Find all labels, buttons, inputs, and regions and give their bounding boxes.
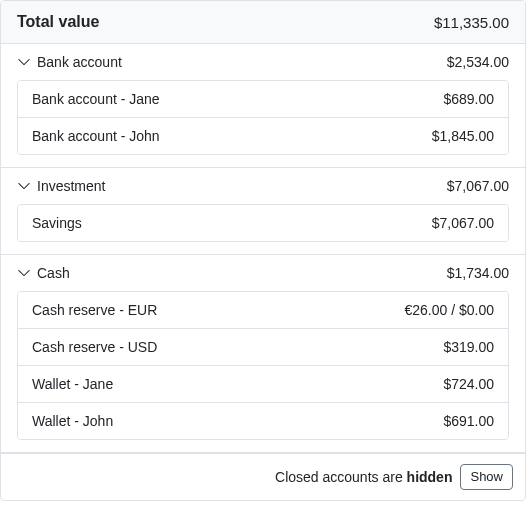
list-item[interactable]: Savings $7,067.00 — [18, 205, 508, 241]
account-label: Bank account - John — [32, 128, 160, 144]
list-item[interactable]: Bank account - Jane $689.00 — [18, 81, 508, 118]
account-label: Wallet - Jane — [32, 376, 113, 392]
group-title: Bank account — [37, 54, 447, 70]
closed-accounts-text: Closed accounts are hidden — [275, 469, 452, 485]
list-item[interactable]: Bank account - John $1,845.00 — [18, 118, 508, 154]
chevron-down-icon — [17, 179, 31, 193]
group-amount: $2,534.00 — [447, 54, 509, 70]
subitems: Savings $7,067.00 — [17, 204, 509, 242]
group-amount: $1,734.00 — [447, 265, 509, 281]
subitems: Cash reserve - EUR €26.00 / $0.00 Cash r… — [17, 291, 509, 440]
group-header-bank-account[interactable]: Bank account $2,534.00 — [1, 44, 525, 76]
group-title: Cash — [37, 265, 447, 281]
group-investment: Investment $7,067.00 Savings $7,067.00 — [1, 168, 525, 255]
account-amount: $689.00 — [443, 91, 494, 107]
group-amount: $7,067.00 — [447, 178, 509, 194]
chevron-down-icon — [17, 266, 31, 280]
accounts-panel: Total value $11,335.00 Bank account $2,5… — [0, 0, 526, 501]
account-label: Wallet - John — [32, 413, 113, 429]
account-amount: €26.00 / $0.00 — [404, 302, 494, 318]
account-amount: $691.00 — [443, 413, 494, 429]
group-cash: Cash $1,734.00 Cash reserve - EUR €26.00… — [1, 255, 525, 453]
chevron-down-icon — [17, 55, 31, 69]
closed-text-state: hidden — [407, 469, 453, 485]
subitems: Bank account - Jane $689.00 Bank account… — [17, 80, 509, 155]
group-bank-account: Bank account $2,534.00 Bank account - Ja… — [1, 44, 525, 168]
account-label: Bank account - Jane — [32, 91, 160, 107]
list-item[interactable]: Cash reserve - EUR €26.00 / $0.00 — [18, 292, 508, 329]
total-label: Total value — [17, 13, 99, 31]
account-amount: $319.00 — [443, 339, 494, 355]
total-row: Total value $11,335.00 — [1, 1, 525, 44]
total-amount: $11,335.00 — [434, 14, 509, 31]
closed-text-prefix: Closed accounts are — [275, 469, 407, 485]
account-amount: $724.00 — [443, 376, 494, 392]
account-label: Savings — [32, 215, 82, 231]
account-label: Cash reserve - EUR — [32, 302, 157, 318]
group-header-investment[interactable]: Investment $7,067.00 — [1, 168, 525, 200]
show-closed-button[interactable]: Show — [460, 464, 513, 490]
account-amount: $7,067.00 — [432, 215, 494, 231]
list-item[interactable]: Wallet - John $691.00 — [18, 403, 508, 439]
account-amount: $1,845.00 — [432, 128, 494, 144]
group-title: Investment — [37, 178, 447, 194]
account-label: Cash reserve - USD — [32, 339, 157, 355]
list-item[interactable]: Cash reserve - USD $319.00 — [18, 329, 508, 366]
group-header-cash[interactable]: Cash $1,734.00 — [1, 255, 525, 287]
closed-accounts-footer: Closed accounts are hidden Show — [1, 453, 525, 500]
list-item[interactable]: Wallet - Jane $724.00 — [18, 366, 508, 403]
